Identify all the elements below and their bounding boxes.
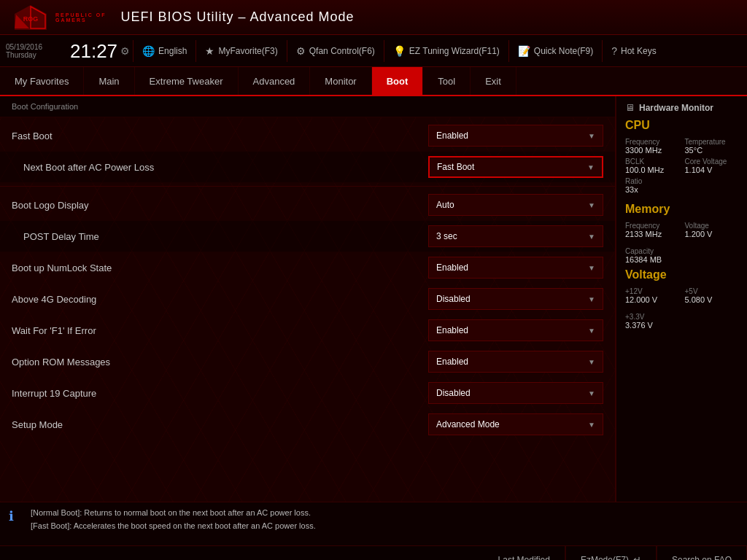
interrupt19-dropdown[interactable]: Disabled ▼ [428, 382, 603, 404]
cpu-core-voltage-val: 1.104 V [685, 166, 739, 174]
last-modified-button[interactable]: Last Modified [484, 546, 565, 560]
eztuning-label: EZ Tuning Wizard(F11) [409, 46, 500, 56]
monitor-icon: 🖥 [625, 102, 635, 113]
note-icon: 📝 [518, 45, 530, 57]
hotkeys-button[interactable]: ? Hot Keys [605, 35, 662, 66]
memory-section-label: Memory [625, 203, 738, 216]
info-line1: [Normal Boot]: Returns to normal boot on… [31, 507, 316, 520]
status-bar: 05/19/2016 Thursday 21:27 ⚙ 🌐 English ★ … [0, 35, 747, 67]
voltage-section-label: Voltage [625, 268, 738, 281]
fan-icon: ⚙ [296, 45, 306, 57]
dropdown-arrow-icon: ▼ [588, 264, 595, 272]
section-header: Boot Configuration [0, 96, 615, 117]
above4g-label: Above 4G Decoding [12, 294, 428, 305]
post-delay-dropdown[interactable]: 3 sec ▼ [428, 225, 603, 247]
v33-val: 3.376 V [625, 321, 738, 330]
search-faq-button[interactable]: Search on FAQ [657, 546, 747, 560]
next-boot-dropdown[interactable]: Fast Boot ▼ [428, 156, 603, 178]
mem-voltage-key: Voltage [685, 222, 739, 230]
settings-panel: Boot Configuration Fast Boot Enabled ▼ N… [0, 96, 616, 502]
cpu-core-voltage-key: Core Voltage [685, 158, 739, 166]
time-settings-icon[interactable]: ⚙ [120, 45, 130, 57]
mem-voltage-val: 1.200 V [685, 230, 739, 238]
nav-extreme-tweaker[interactable]: Extreme Tweaker [135, 67, 239, 95]
dropdown-arrow-icon: ▼ [587, 163, 595, 171]
cpu-temp-val: 35°C [685, 146, 739, 155]
nav-advanced[interactable]: Advanced [239, 67, 311, 95]
nav-favorites[interactable]: My Favorites [0, 67, 84, 95]
republic-label: REPUBLIC OF [55, 12, 106, 18]
next-boot-label: Next Boot after AC Power Loss [23, 162, 428, 173]
hw-monitor-header: 🖥 Hardware Monitor [625, 102, 738, 113]
numlock-dropdown[interactable]: Enabled ▼ [428, 257, 603, 279]
myfavorite-button[interactable]: ★ MyFavorite(F3) [199, 35, 283, 66]
quicknote-button[interactable]: 📝 Quick Note(F9) [512, 35, 599, 66]
setupmode-label: Setup Mode [12, 419, 428, 430]
bulb-icon: 💡 [393, 45, 406, 57]
fast-boot-label: Fast Boot [12, 131, 428, 141]
ez-mode-label: EzMode(F7) [581, 555, 629, 561]
bios-title: UEFI BIOS Utility – Advanced Mode [120, 9, 354, 25]
optionrom-dropdown[interactable]: Enabled ▼ [428, 351, 603, 373]
setting-row-post-delay: POST Delay Time 3 sec ▼ [0, 221, 615, 252]
date-display: 05/19/2016 Thursday [6, 43, 42, 59]
fast-boot-dropdown[interactable]: Enabled ▼ [428, 125, 603, 147]
memory-stats: Frequency 2133 MHz Voltage 1.200 V [625, 222, 738, 238]
nav-exit[interactable]: Exit [471, 67, 516, 95]
info-icon: ℹ [9, 508, 23, 524]
boot-logo-label: Boot Logo Display [12, 200, 428, 211]
setting-row-next-boot: Next Boot after AC Power Loss Fast Boot … [0, 152, 615, 183]
status-divider-4 [384, 40, 384, 62]
status-divider-6 [602, 40, 603, 62]
nav-boot[interactable]: Boot [372, 67, 424, 95]
cpu-freq-val: 3300 MHz [625, 146, 679, 155]
qfan-button[interactable]: ⚙ Qfan Control(F6) [290, 35, 381, 66]
interrupt19-value: Disabled ▼ [428, 382, 603, 404]
language-button[interactable]: 🌐 English [136, 35, 193, 66]
above4g-dropdown[interactable]: Disabled ▼ [428, 288, 603, 310]
mem-freq-key: Frequency [625, 222, 679, 230]
interrupt19-label: Interrupt 19 Capture [12, 388, 428, 399]
status-divider-2 [196, 40, 196, 62]
mem-capacity-val: 16384 MB [625, 255, 738, 264]
rog-text: REPUBLIC OF GAMERS [55, 12, 106, 23]
globe-icon: 🌐 [142, 45, 155, 57]
svg-text:ROG: ROG [23, 15, 39, 23]
hw-monitor-title: Hardware Monitor [639, 103, 713, 113]
nav-monitor[interactable]: Monitor [310, 67, 371, 95]
waitf1-dropdown[interactable]: Enabled ▼ [428, 319, 603, 341]
cpu-ratio-key: Ratio [625, 177, 679, 185]
status-divider-1 [133, 40, 133, 62]
info-line2: [Fast Boot]: Accelerates the boot speed … [31, 520, 316, 533]
info-text: [Normal Boot]: Returns to normal boot on… [31, 507, 316, 532]
dropdown-arrow-icon: ▼ [588, 421, 595, 429]
cpu-ratio-val: 33x [625, 185, 679, 194]
divider-1 [0, 186, 615, 187]
v5-val: 5.080 V [685, 295, 739, 304]
eztuning-button[interactable]: 💡 EZ Tuning Wizard(F11) [387, 35, 506, 66]
setupmode-dropdown[interactable]: Advanced Mode ▼ [428, 413, 603, 435]
numlock-label: Boot up NumLock State [12, 262, 428, 273]
fast-boot-value: Enabled ▼ [428, 125, 603, 147]
v5-key: +5V [685, 287, 739, 295]
last-modified-label: Last Modified [498, 555, 550, 561]
v12-val: 12.000 V [625, 295, 679, 304]
optionrom-value: Enabled ▼ [428, 351, 603, 373]
nav-bar: My Favorites Main Extreme Tweaker Advanc… [0, 67, 747, 96]
numlock-value: Enabled ▼ [428, 257, 603, 279]
cpu-temp-key: Temperature [685, 138, 739, 146]
nav-tool[interactable]: Tool [423, 67, 471, 95]
setting-row-interrupt19: Interrupt 19 Capture Disabled ▼ [0, 378, 615, 409]
setting-row-above4g: Above 4G Decoding Disabled ▼ [0, 284, 615, 315]
time-area: 21:27 ⚙ [70, 42, 130, 61]
settings-list: Fast Boot Enabled ▼ Next Boot after AC P… [0, 117, 615, 443]
dropdown-arrow-icon: ▼ [588, 327, 595, 335]
v33-row: +3.3V 3.376 V [625, 313, 738, 330]
ez-mode-button[interactable]: EzMode(F7) ↵ [566, 546, 657, 560]
mem-capacity-key: Capacity [625, 247, 738, 255]
nav-main[interactable]: Main [84, 67, 134, 95]
dropdown-arrow-icon: ▼ [588, 132, 595, 140]
setting-row-fast-boot: Fast Boot Enabled ▼ [0, 120, 615, 152]
boot-logo-dropdown[interactable]: Auto ▼ [428, 194, 603, 216]
waitf1-value: Enabled ▼ [428, 319, 603, 341]
